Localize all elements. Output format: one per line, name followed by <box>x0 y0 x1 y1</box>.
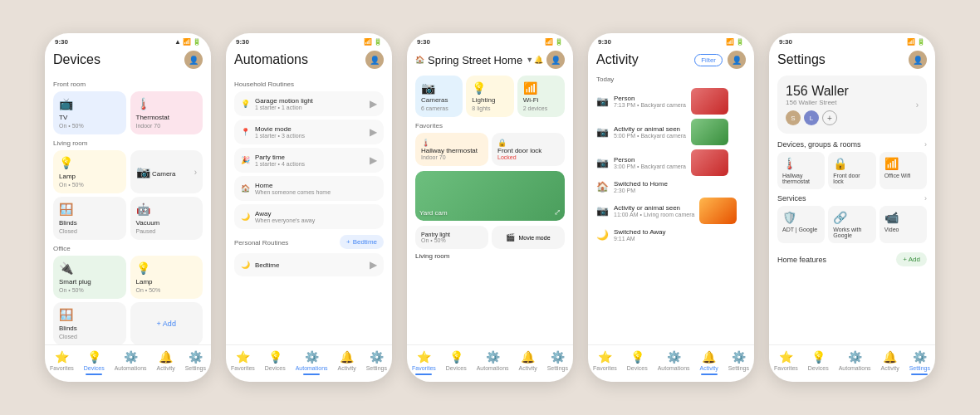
nav-favorites-3[interactable]: ⭐ Favorites <box>412 350 436 375</box>
nav-activity-5[interactable]: 🔔 Activity <box>881 350 899 375</box>
device-blinds-1[interactable]: 🪟 Blinds Closed <box>53 197 126 240</box>
activity-item-1[interactable]: 📷 Person 7:13 PM • Backyard camera <box>596 88 746 115</box>
battery-icon-3: 🔋 <box>555 38 563 46</box>
device-lamp-1[interactable]: 💡 Lamp On • 50% <box>53 150 126 193</box>
notification-icon[interactable]: 🔔 <box>534 56 543 64</box>
nav-favorites-1[interactable]: ⭐ Favorites <box>50 350 74 375</box>
nav-set-label-3: Settings <box>547 365 568 371</box>
services-more-icon[interactable]: › <box>924 194 927 203</box>
devices-content: Devices 👤 Front room 📺 TV On • 50% 🌡️ Th… <box>45 47 211 344</box>
play-movie[interactable]: ▶ <box>370 126 377 138</box>
routine-home[interactable]: 🏠 Home When someone comes home <box>234 176 384 201</box>
nav-automations-4[interactable]: ⚙️ Automations <box>658 350 690 375</box>
activity-item-6[interactable]: 🌙 Switched to Away 9:11 AM <box>596 228 746 242</box>
nav-dev-label-3: Devices <box>446 365 467 371</box>
routine-movie[interactable]: 📍 Movie mode 1 starter • 3 actions ▶ <box>234 120 384 144</box>
battery-icon-1: 🔋 <box>193 38 201 46</box>
nav-settings-3[interactable]: ⚙️ Settings <box>547 350 568 375</box>
play-garage[interactable]: ▶ <box>370 98 377 110</box>
activity-item-5[interactable]: 📷 Activity or animal seen 11:00 AM • Liv… <box>596 198 746 224</box>
fav-thermostat-icon: 🌡️ <box>421 139 430 147</box>
user-avatar-3[interactable]: 👤 <box>546 51 565 69</box>
nav-devices-3[interactable]: 💡 Devices <box>446 350 467 375</box>
nav-active-indicator-5 <box>911 374 928 375</box>
nav-automations-1[interactable]: ⚙️ Automations <box>115 350 147 375</box>
add-member-btn[interactable]: + <box>822 110 837 125</box>
play-party[interactable]: ▶ <box>370 154 377 166</box>
filter-button[interactable]: Filter <box>694 54 723 66</box>
nav-favorites-5[interactable]: ⭐ Favorites <box>774 350 798 375</box>
nav-activity-3[interactable]: 🔔 Activity <box>519 350 537 375</box>
nav-settings-5[interactable]: ⚙️ Settings <box>909 350 930 375</box>
activity-nav-icon-1: 🔔 <box>159 350 173 364</box>
category-cameras[interactable]: 📷 Cameras 6 cameras <box>415 76 463 117</box>
nav-activity-1[interactable]: 🔔 Activity <box>157 350 175 375</box>
activity-item-4[interactable]: 🏠 Switched to Home 2:30 PM <box>596 180 746 193</box>
activity-item-3[interactable]: 📷 Person 3:00 PM • Backyard camera <box>596 149 746 176</box>
nav-devices-2[interactable]: 💡 Devices <box>265 350 286 375</box>
nav-settings-4[interactable]: ⚙️ Settings <box>728 350 749 375</box>
address-card[interactable]: 156 Waller 156 Waller Street S L + › <box>777 76 927 134</box>
add-device-card[interactable]: + Add <box>130 302 203 344</box>
nav-devices-5[interactable]: 💡 Devices <box>808 350 829 375</box>
user-avatar-4[interactable]: 👤 <box>728 51 746 69</box>
service-adt[interactable]: 🛡️ ADT | Google <box>777 206 825 243</box>
device-vacuum[interactable]: 🤖 Vacuum Paused <box>130 197 203 240</box>
status-icons-5: 📶 🔋 <box>907 38 925 46</box>
home-title-area: 🏠 Spring Street Home ▼ <box>415 54 533 66</box>
device-smart-plug[interactable]: 🔌 Smart plug On • 50% <box>53 256 126 299</box>
routine-garage[interactable]: 💡 Garage motion light 1 starter • 1 acti… <box>234 91 384 116</box>
favorites-nav-icon: ⭐ <box>55 350 69 364</box>
nav-favorites-4[interactable]: ⭐ Favorites <box>593 350 617 375</box>
cam-expand-icon[interactable]: ⤢ <box>554 208 561 217</box>
nav-automations-3[interactable]: ⚙️ Automations <box>477 350 509 375</box>
device-blinds-2[interactable]: 🪟 Blinds Closed <box>53 302 126 344</box>
user-avatar-1[interactable]: 👤 <box>184 51 203 69</box>
nav-fav-label-2: Favorites <box>231 365 255 371</box>
user-avatar-5[interactable]: 👤 <box>909 51 927 69</box>
nav-settings-2[interactable]: ⚙️ Settings <box>366 350 387 375</box>
add-routine-btn[interactable]: + Bedtime <box>340 235 384 249</box>
service-works-google[interactable]: 🔗 Works with Google <box>828 206 875 243</box>
nav-auto-label-4: Automations <box>658 365 690 371</box>
routine-away[interactable]: 🌙 Away When everyone's away <box>234 204 384 229</box>
user-avatar-2[interactable]: 👤 <box>365 51 384 69</box>
routine-movie-title: Movie mode <box>255 125 305 133</box>
activity-item-2[interactable]: 📷 Activity or animal seen 5:00 PM • Back… <box>596 119 746 145</box>
pantry-light-card[interactable]: Pantry light On • 50% <box>415 226 488 249</box>
routine-party[interactable]: 🎉 Party time 1 starter • 4 actions ▶ <box>234 148 384 173</box>
nav-settings-1[interactable]: ⚙️ Settings <box>185 350 206 375</box>
home-content: 🏠 Spring Street Home ▼ 🔔 👤 📷 Cameras 6 c… <box>407 47 573 344</box>
service-video[interactable]: 📹 Video <box>880 206 927 243</box>
home-dropdown-icon: ▼ <box>526 56 533 64</box>
icon-front-door-lock[interactable]: 🔒 Front door lock <box>828 152 875 189</box>
nav-automations-2[interactable]: ⚙️ Automations <box>296 350 328 375</box>
activity-nav: ⭐ Favorites 💡 Devices ⚙️ Automations 🔔 A… <box>588 344 754 382</box>
act-icon-4: 🔔 <box>702 350 716 364</box>
fav-thermostat[interactable]: 🌡️ Hallway thermostat Indoor 70 <box>415 133 488 166</box>
device-lamp-2[interactable]: 💡 Lamp On • 50% <box>130 256 203 299</box>
yard-cam[interactable]: Yard cam ⤢ <box>415 171 565 221</box>
nav-devices-4[interactable]: 💡 Devices <box>627 350 648 375</box>
nav-automations-5[interactable]: ⚙️ Automations <box>839 350 871 375</box>
icon-hallway-thermostat[interactable]: 🌡️ Hallway thermostat <box>777 152 825 189</box>
device-camera[interactable]: 📷 Camera › <box>130 150 203 193</box>
movie-mode-card[interactable]: 🎬 Movie mode <box>492 226 565 249</box>
fav-lock[interactable]: 🔒 Front door lock Locked <box>492 133 565 166</box>
nav-devices-1[interactable]: 💡 Devices <box>84 350 105 375</box>
nav-activity-2[interactable]: 🔔 Activity <box>338 350 356 375</box>
device-thermostat[interactable]: 🌡️ Thermostat Indoor 70 <box>130 91 203 134</box>
device-tv[interactable]: 📺 TV On • 50% <box>53 91 126 134</box>
category-lighting[interactable]: 💡 Lighting 8 lights <box>466 76 513 117</box>
nav-activity-4[interactable]: 🔔 Activity <box>700 350 718 375</box>
icon-office-wifi[interactable]: 📶 Office Wifi <box>880 152 927 189</box>
category-wifi[interactable]: 📶 Wi-Fi 2 devices <box>517 76 565 117</box>
devices-more-icon[interactable]: › <box>924 140 927 149</box>
nav-fav-label-3: Favorites <box>412 365 436 371</box>
add-feature-btn[interactable]: + Add <box>896 252 927 266</box>
routine-bedtime[interactable]: 🌙 Bedtime ▶ <box>234 253 384 276</box>
nav-devices-label: Devices <box>84 365 105 371</box>
play-bedtime[interactable]: ▶ <box>370 259 377 271</box>
household-label: Household Routines <box>234 81 384 88</box>
nav-favorites-2[interactable]: ⭐ Favorites <box>231 350 255 375</box>
